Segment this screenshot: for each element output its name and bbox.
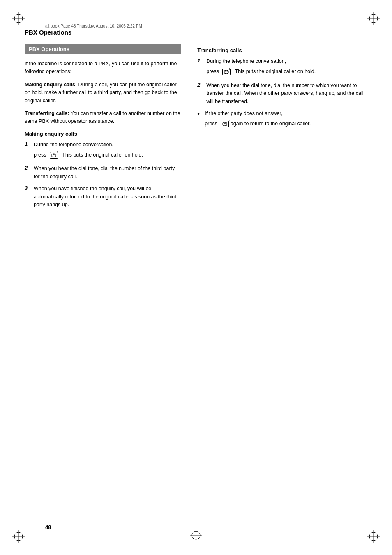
subheading-transferring: Transferring calls	[197, 47, 367, 53]
left-press-word: press	[34, 151, 46, 159]
corner-mark-tr	[367, 12, 380, 25]
right-press-word: press	[206, 68, 219, 76]
page-number: 48	[45, 524, 51, 530]
transferring-def: Transferring calls: You can transfer a c…	[25, 110, 181, 126]
left-step-1-content: During the telephone conversation, press…	[34, 141, 143, 161]
right-step-1-press-line: press R . This puts the original caller …	[206, 68, 316, 76]
section-box-title: PBX Operations	[25, 44, 181, 54]
right-step-2: 2 When you hear the dial tone, dial the …	[197, 82, 367, 106]
left-step-1-press-line: press R . This puts the original caller …	[34, 151, 143, 159]
bullet-press-line: press R again to return to the original …	[205, 120, 311, 128]
phone-button-icon-right: R	[222, 69, 231, 75]
right-step-1-text: During the telephone conversation,	[206, 58, 286, 64]
left-step-1-text: During the telephone conversation,	[34, 142, 113, 147]
left-step-1-num: 1	[25, 141, 32, 161]
subheading-making: Making enquiry calls	[25, 131, 181, 137]
bullet-dot: •	[197, 110, 203, 130]
left-step-1-press2: . This puts the original caller on hold.	[60, 151, 143, 159]
right-step-1: 1 During the telephone conversation, pre…	[197, 58, 367, 78]
right-step-1-content: During the telephone conversation, press…	[206, 58, 316, 78]
right-bullet-item: • If the other party does not answer, pr…	[197, 110, 367, 130]
corner-mark-tl	[12, 12, 25, 25]
right-step-2-content: When you hear the dial tone, dial the nu…	[206, 82, 367, 106]
phone-button-icon-left: R	[50, 152, 58, 159]
left-step-1: 1 During the telephone conversation, pre…	[25, 141, 181, 161]
left-step-2: 2 When you hear the dial tone, dial the …	[25, 165, 181, 181]
bullet-content: If the other party does not answer, pres…	[205, 110, 311, 130]
right-column: Transferring calls 1 During the telephon…	[189, 44, 367, 213]
making-enquiry-def: Making enquiry calls: During a call, you…	[25, 81, 181, 105]
making-enquiry-bold: Making enquiry calls:	[25, 82, 77, 88]
center-bottom-mark	[190, 529, 202, 543]
corner-mark-br	[367, 530, 380, 543]
transferring-bold: Transferring calls:	[25, 111, 69, 116]
left-step-3-num: 3	[25, 185, 32, 209]
phone-button-icon-bullet: R	[221, 121, 229, 127]
left-step-2-content: When you hear the dial tone, dial the nu…	[34, 165, 181, 181]
corner-mark-bl	[12, 530, 25, 543]
right-step-1-press2: . This puts the original caller on hold.	[232, 68, 316, 76]
left-column: PBX Operations If the machine is connect…	[25, 44, 189, 213]
bullet-text: If the other party does not answer,	[205, 111, 282, 116]
bullet-press2: again to return to the original caller.	[231, 120, 311, 128]
file-header: all.book Page 48 Thursday, August 10, 20…	[45, 24, 142, 28]
left-step-2-num: 2	[25, 165, 32, 181]
page-title: PBX Operations	[0, 29, 392, 36]
right-step-1-num: 1	[197, 58, 205, 78]
right-step-2-num: 2	[197, 82, 205, 106]
left-step-3: 3 When you have finished the enquiry cal…	[25, 185, 181, 209]
intro-paragraph: If the machine is connected to a PBX, yo…	[25, 60, 181, 76]
main-content: PBX Operations If the machine is connect…	[0, 44, 392, 213]
left-step-3-content: When you have finished the enquiry call,…	[34, 185, 181, 209]
bullet-press-word: press	[205, 120, 217, 128]
